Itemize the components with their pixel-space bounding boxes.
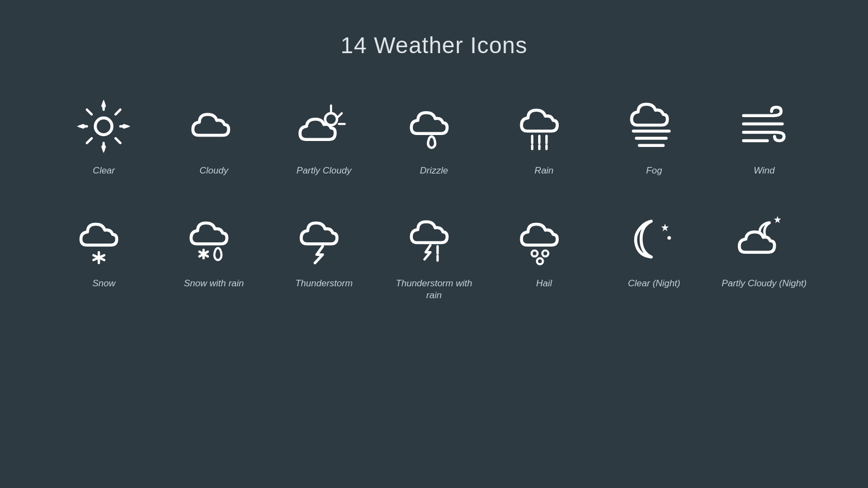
icon-item-partly-cloudy-night: Partly Cloudy (Night) xyxy=(714,204,814,307)
icons-grid: Clear Cloudy Partly Cloudy Drizzle xyxy=(54,91,814,307)
icon-item-thunderstorm-rain: Thunderstorm with rain xyxy=(385,204,484,307)
snow-with-rain-icon xyxy=(184,209,244,269)
partly-cloudy-night-icon xyxy=(735,209,794,269)
icon-item-clear: Clear xyxy=(54,91,154,182)
clear-night-icon xyxy=(624,209,684,269)
svg-point-0 xyxy=(95,118,112,135)
svg-point-31 xyxy=(98,256,100,259)
partly-cloudy-label: Partly Cloudy xyxy=(297,165,352,177)
svg-line-14 xyxy=(339,113,342,117)
svg-marker-40 xyxy=(661,223,668,231)
thunderstorm-icon xyxy=(294,209,354,269)
svg-line-7 xyxy=(116,110,120,114)
wind-icon xyxy=(735,97,794,156)
svg-marker-11 xyxy=(77,124,87,129)
thunderstorm-label: Thunderstorm xyxy=(295,278,353,290)
drizzle-icon xyxy=(404,97,464,156)
icon-item-fog: Fog xyxy=(604,91,704,182)
svg-line-5 xyxy=(87,110,92,114)
icon-item-snow: Snow xyxy=(54,204,154,307)
svg-line-8 xyxy=(87,138,92,143)
cloudy-label: Cloudy xyxy=(200,165,228,177)
svg-point-39 xyxy=(537,258,543,264)
thunderstorm-rain-label: Thunderstorm with rain xyxy=(390,278,478,301)
fog-icon xyxy=(624,97,684,156)
svg-point-38 xyxy=(542,251,548,256)
fog-label: Fog xyxy=(646,165,662,177)
snow-rain-label: Snow with rain xyxy=(184,278,244,290)
rain-icon xyxy=(514,97,574,156)
svg-line-6 xyxy=(116,138,120,143)
clear-night-label: Clear (Night) xyxy=(628,278,680,290)
snow-label: Snow xyxy=(92,278,116,290)
hail-icon xyxy=(514,209,574,269)
row-spacer xyxy=(54,182,814,204)
rain-label: Rain xyxy=(534,165,553,177)
icon-item-thunderstorm: Thunderstorm xyxy=(275,204,374,307)
wind-label: Wind xyxy=(754,165,775,177)
snow-icon xyxy=(74,209,133,269)
cloudy-icon xyxy=(184,97,244,156)
icon-item-snow-rain: Snow with rain xyxy=(164,204,264,307)
icon-item-clear-night: Clear (Night) xyxy=(604,204,704,307)
svg-marker-10 xyxy=(101,143,106,153)
svg-marker-9 xyxy=(101,100,106,110)
thunderstorm-rain-icon xyxy=(404,209,464,269)
icon-item-cloudy: Cloudy xyxy=(164,91,264,182)
drizzle-label: Drizzle xyxy=(420,165,448,177)
icon-item-hail: Hail xyxy=(494,204,593,307)
icon-item-wind: Wind xyxy=(714,91,814,182)
svg-point-37 xyxy=(532,251,538,256)
svg-marker-12 xyxy=(120,124,131,129)
partly-cloudy-icon xyxy=(294,97,354,156)
clear-icon xyxy=(74,97,133,156)
partly-cloudy-night-label: Partly Cloudy (Night) xyxy=(722,278,807,290)
page-title: 14 Weather Icons xyxy=(341,33,527,59)
svg-marker-42 xyxy=(774,216,781,223)
icon-item-partly-cloudy: Partly Cloudy xyxy=(275,91,374,182)
icon-item-drizzle: Drizzle xyxy=(385,91,484,182)
svg-point-41 xyxy=(667,236,671,240)
clear-label: Clear xyxy=(93,165,115,177)
hail-label: Hail xyxy=(536,278,552,290)
icon-item-rain: Rain xyxy=(494,91,593,182)
